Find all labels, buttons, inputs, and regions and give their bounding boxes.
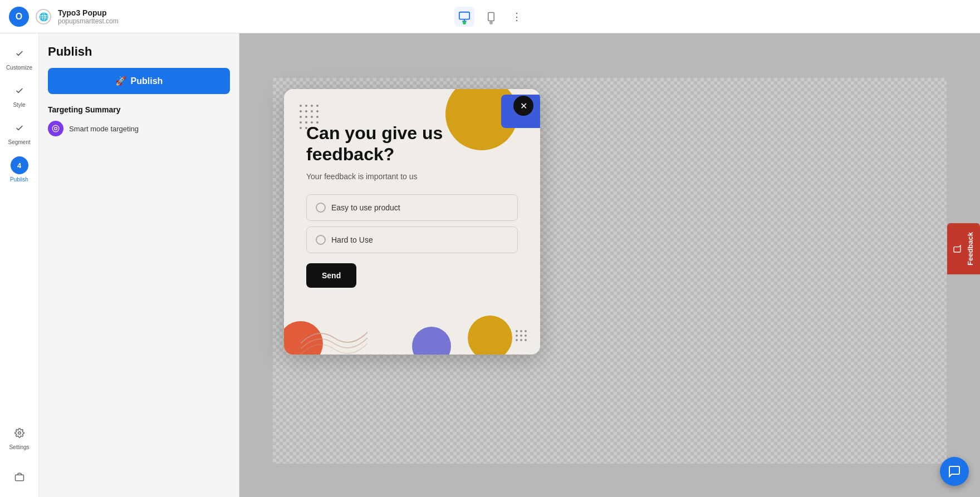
popup-content: Can you give us feedback? Your feedback … bbox=[284, 89, 540, 310]
publish-rocket-icon: 🚀 bbox=[115, 76, 126, 86]
sidebar-item-bag[interactable] bbox=[3, 464, 36, 490]
site-icon: 🌐 bbox=[36, 9, 51, 24]
chat-bubble-icon bbox=[948, 465, 961, 478]
sidebar-label-segment: Segment bbox=[8, 139, 30, 145]
popup-heading: Can you give us feedback? bbox=[306, 122, 518, 165]
svg-point-33 bbox=[525, 334, 527, 337]
sidebar-item-style[interactable]: Style bbox=[3, 77, 36, 112]
popup-send-button[interactable]: Send bbox=[306, 263, 356, 288]
svg-rect-0 bbox=[459, 12, 469, 19]
svg-point-31 bbox=[516, 334, 518, 337]
sidebar-item-segment[interactable]: Segment bbox=[3, 115, 36, 150]
device-switcher: ⋮ bbox=[454, 7, 526, 27]
sidebar-label-publish: Publish bbox=[10, 176, 28, 183]
sidebar-label-customize: Customize bbox=[6, 65, 32, 71]
main-area: Customize Style Segment 4 Publish bbox=[0, 33, 980, 497]
svg-rect-3 bbox=[488, 12, 494, 21]
publish-button-label: Publish bbox=[131, 76, 163, 86]
feedback-tab-label: Feedback bbox=[966, 232, 974, 265]
wave-decoration bbox=[301, 310, 367, 355]
svg-point-8 bbox=[55, 127, 57, 130]
radio-circle-1 bbox=[316, 203, 326, 213]
radio-circle-2 bbox=[316, 235, 326, 245]
blue-circle-bottom-decoration bbox=[412, 327, 451, 355]
popup-bottom-decoration bbox=[284, 310, 540, 355]
svg-rect-6 bbox=[15, 475, 23, 481]
radio-option-1[interactable]: Easy to use product bbox=[306, 194, 518, 221]
publish-panel: Publish 🚀 Publish Targeting Summary Smar… bbox=[39, 33, 239, 497]
more-options-button[interactable]: ⋮ bbox=[508, 8, 526, 26]
bag-icon bbox=[11, 468, 28, 486]
desktop-view-button[interactable] bbox=[454, 7, 474, 27]
sidebar-item-publish[interactable]: 4 Publish bbox=[3, 152, 36, 187]
targeting-label: Smart mode targeting bbox=[69, 125, 139, 133]
feedback-tab[interactable]: Feedback bbox=[947, 223, 980, 274]
small-dots-decoration bbox=[512, 327, 535, 349]
svg-point-29 bbox=[520, 330, 522, 332]
radio-label-2: Hard to Use bbox=[331, 235, 373, 244]
sidebar-label-settings: Settings bbox=[9, 444, 29, 450]
send-button-label: Send bbox=[322, 271, 341, 280]
sidebar-item-settings[interactable]: Settings bbox=[3, 420, 36, 455]
sidebar-icons: Customize Style Segment 4 Publish bbox=[0, 33, 39, 497]
popup-modal: ✕ bbox=[284, 89, 540, 355]
targeting-section-title: Targeting Summary bbox=[48, 105, 230, 114]
feedback-chat-icon bbox=[953, 244, 962, 253]
mobile-dot bbox=[489, 21, 493, 24]
chat-bubble-button[interactable] bbox=[940, 457, 969, 486]
close-icon: ✕ bbox=[520, 101, 527, 111]
sidebar-item-customize[interactable]: Customize bbox=[3, 40, 36, 75]
radio-option-2[interactable]: Hard to Use bbox=[306, 227, 518, 253]
targeting-mode-icon bbox=[48, 121, 63, 136]
svg-point-36 bbox=[525, 339, 527, 341]
svg-point-32 bbox=[520, 334, 522, 337]
canvas-area: ✕ bbox=[239, 33, 980, 497]
svg-point-7 bbox=[52, 125, 59, 132]
sidebar-label-style: Style bbox=[13, 102, 25, 108]
app-logo[interactable]: O bbox=[9, 7, 29, 27]
svg-point-35 bbox=[520, 339, 522, 341]
panel-title: Publish bbox=[48, 45, 230, 59]
customize-icon bbox=[11, 45, 28, 62]
settings-icon bbox=[11, 424, 28, 442]
mobile-view-button[interactable] bbox=[481, 7, 501, 27]
svg-point-30 bbox=[525, 330, 527, 332]
publish-step-icon: 4 bbox=[11, 156, 28, 174]
yellow-circle-bottom-decoration bbox=[468, 316, 512, 355]
desktop-dot bbox=[463, 21, 466, 24]
svg-point-5 bbox=[18, 432, 21, 435]
targeting-item: Smart mode targeting bbox=[48, 121, 230, 136]
segment-icon bbox=[11, 119, 28, 137]
topbar: O 🌐 Typo3 Popup popupsmarttest.com ⋮ bbox=[0, 0, 980, 33]
publish-button[interactable]: 🚀 Publish bbox=[48, 68, 230, 94]
popup-close-button[interactable]: ✕ bbox=[513, 96, 533, 116]
popup-subtext: Your feedback is important to us bbox=[306, 172, 518, 181]
radio-label-1: Easy to use product bbox=[331, 203, 400, 212]
style-icon bbox=[11, 82, 28, 100]
svg-point-28 bbox=[516, 330, 518, 332]
svg-point-34 bbox=[516, 339, 518, 341]
